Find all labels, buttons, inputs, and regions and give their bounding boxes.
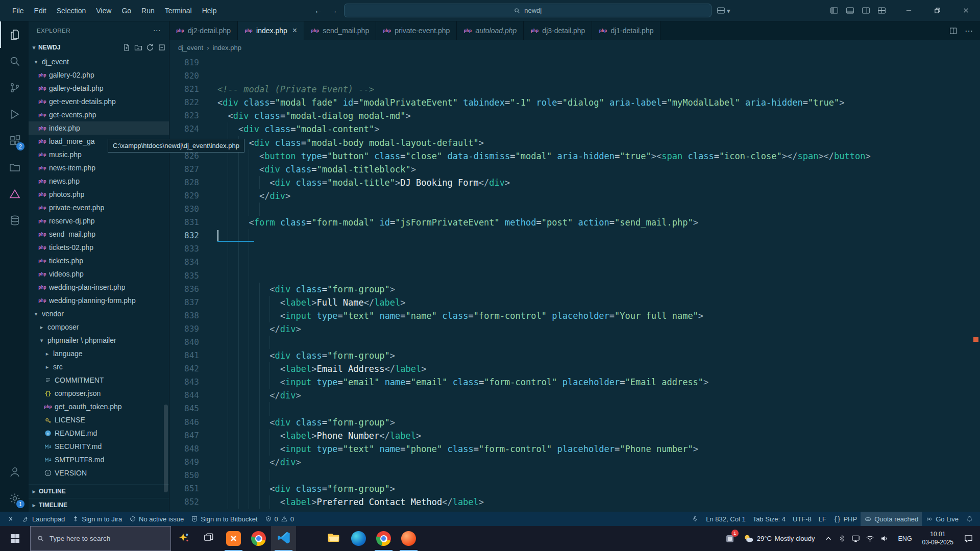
status-copilot-quota[interactable]: Quota reached [861, 512, 922, 526]
tree-file-license[interactable]: LICENSE [29, 413, 169, 427]
activity-source-control[interactable] [0, 74, 29, 101]
tree-file-reserve-dj-php[interactable]: phpreserve-dj.php [29, 214, 169, 228]
code-line-820[interactable]: 820 [169, 69, 980, 83]
more-actions-icon[interactable]: ⋯ [153, 26, 161, 35]
activity-run-debug[interactable] [0, 101, 29, 128]
code-line-846[interactable]: 846 <div class="form-group"> [169, 416, 980, 429]
refresh-icon[interactable] [146, 43, 154, 52]
status-problems[interactable]: 00 [261, 512, 298, 526]
status-voice[interactable] [688, 512, 702, 526]
status-launchpad[interactable]: Launchpad [18, 512, 68, 526]
tree-file-news-item-php[interactable]: phpnews-item.php [29, 161, 169, 174]
section-timeline[interactable]: ▸TIMELINE [29, 498, 169, 512]
more-editor-actions-icon[interactable]: ⋯ [965, 26, 973, 36]
activity-accounts[interactable] [0, 459, 29, 485]
menu-selection[interactable]: Selection [52, 0, 91, 21]
tree-file-index-php[interactable]: phpindex.php [29, 121, 169, 135]
tree-file-readme-md[interactable]: README.md [29, 427, 169, 440]
wifi-icon[interactable] [866, 534, 874, 543]
tab-index-php[interactable]: phpindex.php× [238, 21, 304, 40]
code-line-836[interactable]: 836 <div class="form-group"> [169, 283, 980, 296]
taskbar-widgets[interactable] [171, 526, 196, 551]
activity-test-explorer[interactable] [0, 181, 29, 207]
status-notifications[interactable] [962, 512, 977, 526]
code-line-838[interactable]: 838 <input type="text" name="name" class… [169, 309, 980, 322]
taskbar-search[interactable]: Type here to search [30, 526, 171, 551]
close-icon[interactable]: × [292, 26, 297, 35]
chevron-up-icon[interactable] [824, 535, 832, 543]
tab-dj3-detail-php[interactable]: phpdj3-detail.php [524, 21, 592, 40]
menu-terminal[interactable]: Terminal [160, 0, 197, 21]
section-outline[interactable]: ▸OUTLINE [29, 484, 169, 498]
code-line-849[interactable]: 849 </div> [169, 456, 980, 469]
workspace-section-header[interactable]: ▾ NEWDJ [29, 40, 169, 55]
code-line-847[interactable]: 847 <label>Phone Number</label> [169, 429, 980, 442]
volume-icon[interactable] [880, 534, 889, 543]
code-editor[interactable]: 819820821<!-- modal (Private Event) -->8… [169, 55, 980, 512]
tree-file-news-php[interactable]: phpnews.php [29, 174, 169, 188]
code-line-844[interactable]: 844 </div> [169, 389, 980, 402]
code-line-822[interactable]: 822<div class="modal fade" id="modalPriv… [169, 96, 980, 109]
activity-settings[interactable]: 1 [0, 485, 29, 512]
collapse-all-icon[interactable] [158, 43, 166, 52]
code-line-832[interactable]: 832 [169, 229, 980, 242]
toggle-panel-icon[interactable] [846, 6, 854, 15]
code-line-825[interactable]: 825 <div class="modal-body modal-layout-… [169, 136, 980, 149]
taskbar-browser-orange[interactable] [396, 526, 421, 551]
tree-file-photos-php[interactable]: phpphotos.php [29, 188, 169, 201]
command-center-search[interactable]: newdj [344, 4, 712, 17]
new-file-icon[interactable] [122, 43, 131, 52]
tree-folder-composer[interactable]: ▸composer [29, 320, 169, 334]
status-active-issue[interactable]: No active issue [126, 512, 187, 526]
status-language-mode[interactable]: {}PHP [830, 512, 861, 526]
tree-file-composer-json[interactable]: {}composer.json [29, 387, 169, 400]
activity-search[interactable] [0, 48, 29, 74]
tree-file-get-events-php[interactable]: phpget-events.php [29, 108, 169, 121]
tree-file-commitment[interactable]: COMMITMENT [29, 373, 169, 387]
activity-explorer[interactable] [0, 21, 29, 48]
taskbar-chrome[interactable] [246, 526, 271, 551]
breadcrumb-item-index-php[interactable]: index.php [213, 44, 241, 52]
tray-notification-app[interactable]: 1 [722, 531, 738, 546]
activity-extensions[interactable]: 2 [0, 128, 29, 154]
taskbar-vscode[interactable] [271, 526, 296, 551]
status-bitbucket-signin[interactable]: Sign in to Bitbucket [187, 512, 261, 526]
taskbar-chrome-2[interactable] [371, 526, 396, 551]
code-line-835[interactable]: 835 [169, 269, 980, 283]
code-line-831[interactable]: 831 <form class="form-modal" id="jsFormP… [169, 216, 980, 229]
toggle-sidebar-icon[interactable] [830, 6, 839, 15]
taskbar-xampp[interactable] [221, 526, 246, 551]
start-button[interactable] [0, 526, 30, 551]
menu-help[interactable]: Help [197, 0, 222, 21]
tree-folder-language[interactable]: ▸language [29, 347, 169, 360]
restore-button[interactable] [923, 0, 951, 21]
code-line-842[interactable]: 842 <label>Email Address</label> [169, 362, 980, 375]
code-line-829[interactable]: 829 </div> [169, 189, 980, 203]
status-remote[interactable] [3, 512, 18, 526]
code-line-841[interactable]: 841 <div class="form-group"> [169, 349, 980, 362]
sidebar-scrollbar[interactable] [164, 405, 168, 492]
minimize-button[interactable] [894, 0, 923, 21]
breadcrumb-item-dj-event[interactable]: dj_event [178, 44, 203, 52]
code-line-839[interactable]: 839 </div> [169, 322, 980, 336]
code-line-850[interactable]: 850 [169, 469, 980, 482]
code-line-824[interactable]: 824 <div class="modal-content"> [169, 122, 980, 136]
close-button[interactable] [951, 0, 980, 21]
tree-file-wedding-planning-form-php[interactable]: phpwedding-planning-form.php [29, 294, 169, 307]
tree-folder-dj-event[interactable]: ▾dj_event [29, 55, 169, 68]
code-line-828[interactable]: 828 <div class="modal-title">DJ Booking … [169, 176, 980, 189]
code-line-827[interactable]: 827 <div class="modal-titleblock"> [169, 163, 980, 176]
tab-autoload-php[interactable]: phpautoload.php [457, 21, 524, 40]
code-line-840[interactable]: 840 [169, 336, 980, 349]
new-folder-icon[interactable] [134, 43, 142, 52]
code-line-833[interactable]: 833 [169, 242, 980, 256]
tree-file-private-event-php[interactable]: phpprivate-event.php [29, 201, 169, 214]
status-go-live[interactable]: Go Live [922, 512, 962, 526]
action-center-button[interactable] [958, 534, 979, 543]
menu-run[interactable]: Run [136, 0, 160, 21]
code-line-845[interactable]: 845 [169, 402, 980, 415]
tree-file-wedding-plan-insert-php[interactable]: phpwedding-plan-insert.php [29, 281, 169, 294]
tab-private-event-php[interactable]: phpprivate-event.php [376, 21, 457, 40]
tab-send-mail-php[interactable]: phpsend_mail.php [304, 21, 376, 40]
taskbar-edge[interactable] [346, 526, 371, 551]
